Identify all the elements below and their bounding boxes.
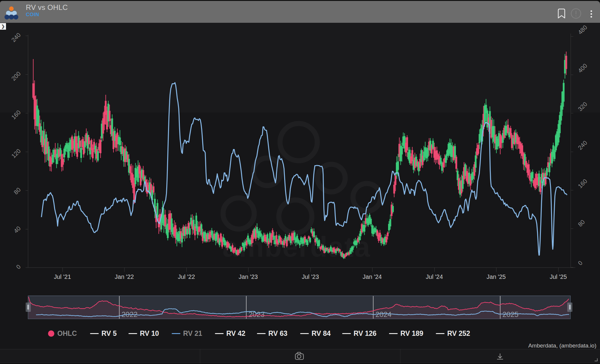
svg-text:160: 160: [577, 178, 588, 189]
svg-text:0: 0: [15, 263, 22, 270]
svg-text:80: 80: [13, 186, 22, 195]
svg-text:120: 120: [10, 148, 22, 159]
svg-text:Jan '25: Jan '25: [487, 273, 506, 280]
svg-text:40: 40: [13, 225, 22, 234]
svg-text:Jul '21: Jul '21: [54, 273, 71, 280]
svg-text:Jan '24: Jan '24: [363, 273, 382, 280]
svg-text:Jul '23: Jul '23: [302, 273, 319, 280]
svg-text:Jul '24: Jul '24: [426, 273, 443, 280]
svg-text:0: 0: [577, 259, 583, 266]
svg-text:Jan '23: Jan '23: [239, 273, 258, 280]
svg-text:2024: 2024: [375, 310, 391, 318]
svg-text:Jul '22: Jul '22: [178, 273, 195, 280]
svg-text:80: 80: [577, 219, 586, 228]
svg-text:240: 240: [577, 139, 588, 151]
svg-text:Jul '25: Jul '25: [550, 273, 567, 280]
svg-text:Jan '22: Jan '22: [115, 273, 134, 280]
